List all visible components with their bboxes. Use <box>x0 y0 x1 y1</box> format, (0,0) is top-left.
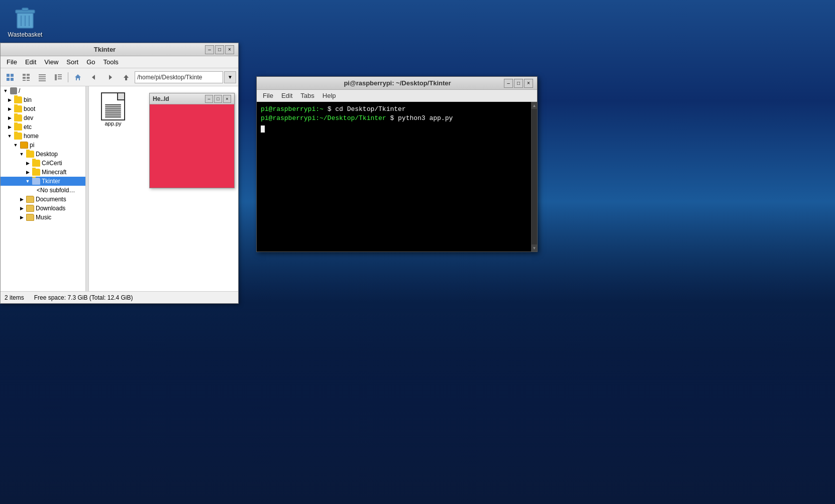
menu-view[interactable]: View <box>40 57 62 67</box>
file-manager-minimize-button[interactable]: – <box>205 45 214 54</box>
menu-edit[interactable]: Edit <box>21 57 40 67</box>
sidebar-item-tkinter[interactable]: ▼ Tkinter <box>1 177 85 186</box>
file-manager-toolbar: /home/pi/Desktop/Tkinte ▼ <box>1 68 238 86</box>
file-line-1 <box>105 104 121 105</box>
expander-home: ▼ <box>7 133 13 139</box>
held-close-button[interactable]: × <box>223 95 231 103</box>
sidebar-item-minecraft[interactable]: ▶ Minecraft <box>1 168 85 177</box>
sidebar-label-downloads: Downloads <box>36 205 65 212</box>
svg-rect-7 <box>11 74 14 77</box>
terminal-menu-tabs[interactable]: Tabs <box>296 91 318 100</box>
sidebar-label-home: home <box>24 133 39 140</box>
held-content <box>150 104 234 188</box>
terminal-maximize-button[interactable]: □ <box>514 79 523 88</box>
svg-rect-22 <box>58 76 62 77</box>
wastebasket-icon[interactable]: Wastebasket <box>5 5 45 38</box>
status-items: 2 items <box>5 294 24 301</box>
file-item-apppy[interactable]: app.py <box>93 90 133 129</box>
expander-tkinter: ▼ <box>25 178 31 184</box>
cscerti-folder-icon <box>32 160 40 167</box>
terminal-title: pi@raspberrypi: ~/Desktop/Tkinter <box>291 79 504 87</box>
svg-marker-25 <box>92 75 95 80</box>
held-dialog: He..ld – □ × <box>149 93 235 188</box>
terminal-scroll-down[interactable]: ▼ <box>532 244 537 251</box>
sidebar-item-cscerti[interactable]: ▶ C#Certi <box>1 159 85 168</box>
terminal-controls[interactable]: – □ × <box>504 79 533 88</box>
terminal-prompt-1: pi@raspberrypi:~ <box>261 105 324 113</box>
held-minimize-button[interactable]: – <box>205 95 213 103</box>
menu-file[interactable]: File <box>3 57 21 67</box>
sidebar-item-boot[interactable]: ▶ boot <box>1 104 85 113</box>
expander-cscerti: ▶ <box>25 160 31 166</box>
terminal-titlebar: pi@raspberrypi: ~/Desktop/Tkinter – □ × <box>257 77 537 90</box>
sidebar-item-pi[interactable]: ▼ pi <box>1 141 85 150</box>
sidebar-item-root[interactable]: ▼ / <box>1 86 85 95</box>
terminal-line-1: pi@raspberrypi:~ $ cd Desktop/Tkinter <box>261 105 527 114</box>
sidebar-label-documents: Documents <box>36 196 66 203</box>
sidebar-item-downloads[interactable]: ▶ Downloads <box>1 204 85 213</box>
sidebar-item-no-subfolder: <No subfold… <box>1 186 85 195</box>
sidebar-label-dev: dev <box>24 114 33 121</box>
terminal-window: pi@raspberrypi: ~/Desktop/Tkinter – □ × … <box>256 76 538 252</box>
svg-rect-11 <box>27 74 30 76</box>
terminal-menu-help[interactable]: Help <box>319 91 340 100</box>
location-dropdown[interactable]: ▼ <box>224 71 236 83</box>
up-button[interactable] <box>119 70 134 84</box>
svg-rect-16 <box>39 74 46 75</box>
desktop-folder-icon <box>26 151 34 158</box>
svg-marker-27 <box>124 75 129 78</box>
sidebar-item-documents[interactable]: ▶ Documents <box>1 195 85 204</box>
view-list-button[interactable] <box>51 70 66 84</box>
terminal-close-button[interactable]: × <box>524 79 533 88</box>
terminal-menu-file[interactable]: File <box>259 91 277 100</box>
svg-rect-13 <box>27 77 30 79</box>
sidebar-label-pi: pi <box>30 142 34 149</box>
svg-rect-23 <box>58 78 62 79</box>
sidebar-item-home[interactable]: ▼ home <box>1 132 85 141</box>
back-button[interactable] <box>86 70 101 84</box>
sidebar-item-etc[interactable]: ▶ etc <box>1 122 85 132</box>
file-line-3 <box>105 108 121 109</box>
view-icons-button[interactable] <box>3 70 18 84</box>
svg-rect-18 <box>39 78 46 79</box>
desktop: Wastebasket Tkinter – □ × File Edit View… <box>0 0 835 504</box>
file-manager-menubar: File Edit View Sort Go Tools <box>1 56 238 68</box>
svg-rect-9 <box>11 78 14 81</box>
sidebar-item-bin[interactable]: ▶ bin <box>1 95 85 104</box>
terminal-scroll-up[interactable]: ▲ <box>532 102 537 109</box>
file-manager-sidebar: ▼ / ▶ bin ▶ boot ▶ <box>1 86 86 291</box>
menu-sort[interactable]: Sort <box>62 57 82 67</box>
file-manager-controls[interactable]: – □ × <box>205 45 234 54</box>
file-line-7 <box>105 116 121 117</box>
menu-go[interactable]: Go <box>82 57 99 67</box>
view-details-button[interactable] <box>35 70 50 84</box>
terminal-minimize-button[interactable]: – <box>504 79 513 88</box>
sidebar-item-dev[interactable]: ▶ dev <box>1 113 85 122</box>
held-maximize-button[interactable]: □ <box>214 95 222 103</box>
expander-root: ▼ <box>3 88 9 94</box>
svg-rect-17 <box>39 76 46 77</box>
dev-folder-icon <box>14 114 22 121</box>
file-manager-maximize-button[interactable]: □ <box>215 45 224 54</box>
sidebar-item-desktop[interactable]: ▼ Desktop <box>1 150 85 159</box>
svg-rect-8 <box>7 78 10 81</box>
expander-music: ▶ <box>19 214 25 220</box>
expander-bin: ▶ <box>7 97 13 103</box>
file-line-2 <box>105 106 121 107</box>
file-line-4 <box>105 110 121 111</box>
sidebar-label-desktop: Desktop <box>36 151 58 158</box>
menu-tools[interactable]: Tools <box>99 57 123 67</box>
sidebar-item-music[interactable]: ▶ Music <box>1 213 85 222</box>
python-file-icon <box>101 92 125 120</box>
forward-button[interactable] <box>102 70 118 84</box>
file-manager-statusbar: 2 items Free space: 7.3 GiB (Total: 12.4… <box>1 291 238 303</box>
music-folder-icon <box>26 214 34 221</box>
terminal-menu-edit[interactable]: Edit <box>277 91 296 100</box>
home-button[interactable] <box>70 70 85 84</box>
held-controls[interactable]: – □ × <box>205 95 231 103</box>
file-manager-close-button[interactable]: × <box>225 45 234 54</box>
svg-rect-20 <box>55 74 57 80</box>
expander-documents: ▶ <box>19 196 25 202</box>
view-compact-button[interactable] <box>19 70 34 84</box>
terminal-body[interactable]: pi@raspberrypi:~ $ cd Desktop/Tkinter pi… <box>257 102 531 251</box>
